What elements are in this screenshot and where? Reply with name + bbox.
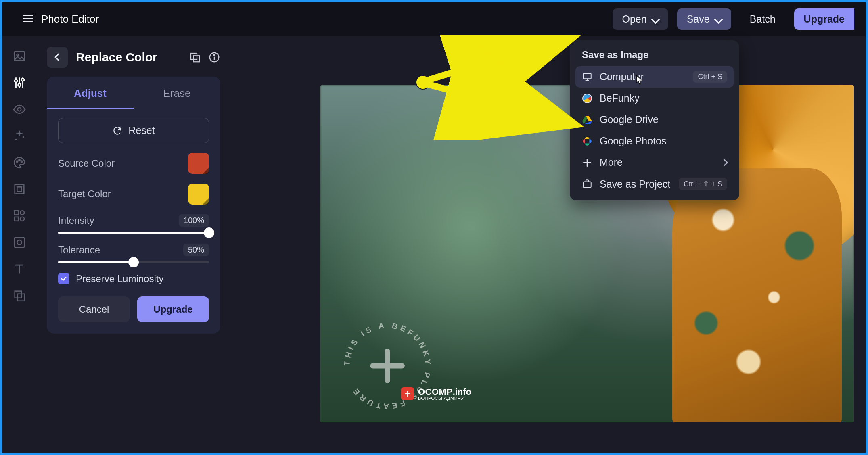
save-befunky[interactable]: BeFunky (575, 88, 734, 109)
tolerance-label: Tolerance (58, 244, 100, 256)
monitor-icon (582, 72, 592, 82)
svg-rect-19 (14, 211, 18, 215)
svg-point-13 (15, 139, 17, 140)
svg-rect-30 (193, 56, 199, 62)
svg-point-33 (214, 54, 215, 56)
back-button[interactable] (47, 47, 68, 68)
tolerance-slider[interactable] (58, 261, 209, 263)
intensity-value[interactable]: 100% (179, 214, 209, 227)
svg-rect-3 (14, 52, 25, 61)
preserve-luminosity-checkbox[interactable] (58, 273, 69, 284)
left-rail (2, 39, 36, 453)
tab-erase[interactable]: Erase (134, 77, 220, 109)
briefcase-icon (582, 179, 592, 189)
svg-rect-28 (18, 294, 25, 301)
menu-button[interactable]: Photo Editor (14, 8, 107, 31)
sparkle-icon[interactable] (12, 128, 27, 144)
chevron-down-icon (653, 13, 659, 25)
svg-point-16 (21, 161, 22, 162)
hamburger-icon (22, 13, 34, 26)
topbar: Photo Editor Open Save Batch Upgrade (2, 2, 866, 36)
google-photos-icon (582, 136, 592, 146)
save-computer[interactable]: Computer Ctrl + S (575, 66, 734, 88)
upgrade-button-panel[interactable]: Upgrade (137, 296, 209, 322)
reset-label: Reset (128, 125, 155, 136)
shapes-icon[interactable] (12, 208, 27, 223)
eye-icon[interactable] (12, 102, 27, 117)
watermark-sub: ВОПРОСЫ АДМИНУ (418, 396, 471, 401)
save-more-label: More (600, 157, 623, 168)
save-computer-label: Computer (600, 71, 644, 83)
open-button[interactable]: Open (613, 8, 668, 30)
save-button[interactable]: Save (677, 8, 731, 30)
save-befunky-label: BeFunky (600, 92, 640, 104)
target-color-label: Target Color (58, 188, 111, 200)
pattern-icon[interactable] (12, 235, 27, 250)
batch-button[interactable]: Batch (740, 8, 785, 30)
save-google-drive-label: Google Drive (600, 114, 659, 125)
svg-point-8 (15, 79, 17, 82)
save-as-project-shortcut: Ctrl + ⇧ + S (679, 178, 727, 190)
svg-rect-21 (14, 217, 18, 221)
save-google-photos-label: Google Photos (600, 135, 666, 147)
photo-figure (672, 168, 842, 422)
palette-icon[interactable] (12, 155, 27, 170)
save-as-project[interactable]: Save as Project Ctrl + ⇧ + S (575, 173, 734, 195)
info-icon[interactable] (208, 51, 220, 63)
save-google-photos[interactable]: Google Photos (575, 130, 734, 152)
intensity-slider[interactable] (58, 232, 209, 234)
upgrade-button[interactable]: Upgrade (794, 8, 854, 30)
watermark-ring: THIS IS A BEFUNKY PLUS FEATURE (335, 313, 440, 418)
svg-point-4 (17, 54, 19, 56)
replace-color-panel: Replace Color Adjust Erase Reset Source … (47, 47, 220, 334)
app-title: Photo Editor (41, 13, 99, 25)
google-drive-icon (582, 115, 592, 125)
svg-point-14 (17, 161, 18, 162)
tab-adjust[interactable]: Adjust (47, 77, 134, 109)
sliders-icon[interactable] (12, 75, 27, 90)
target-color-swatch[interactable] (188, 184, 209, 205)
image-icon[interactable] (12, 48, 27, 64)
open-label: Open (622, 13, 647, 25)
svg-rect-18 (17, 187, 21, 191)
crop-icon[interactable] (12, 182, 27, 197)
svg-point-15 (19, 159, 20, 161)
svg-line-49 (424, 38, 563, 81)
plus-icon (582, 157, 592, 168)
preserve-luminosity-label: Preserve Luminosity (76, 273, 163, 284)
svg-point-9 (18, 83, 21, 86)
chevron-down-icon (715, 13, 722, 25)
svg-point-12 (23, 136, 25, 138)
topbar-right: Open Save Batch Upgrade (613, 8, 855, 30)
svg-point-11 (18, 108, 21, 111)
plus-icon: + (401, 387, 414, 400)
save-google-drive[interactable]: Google Drive (575, 109, 734, 130)
multi-layer-icon[interactable] (189, 51, 201, 63)
svg-rect-37 (583, 73, 591, 79)
reset-button[interactable]: Reset (58, 118, 209, 143)
tolerance-value[interactable]: 50% (183, 244, 209, 256)
save-more[interactable]: More (575, 152, 734, 173)
save-menu-title: Save as Image (575, 49, 734, 66)
source-color-swatch[interactable] (188, 153, 209, 174)
svg-point-22 (20, 217, 24, 221)
app-frame: Photo Editor Open Save Batch Upgrade (0, 0, 868, 455)
svg-point-20 (20, 211, 24, 215)
save-menu: Save as Image Computer Ctrl + S BeFunky … (570, 40, 739, 200)
save-label: Save (687, 13, 710, 25)
svg-rect-17 (15, 185, 24, 194)
cancel-button[interactable]: Cancel (58, 296, 130, 322)
source-color-label: Source Color (58, 158, 115, 169)
befunky-icon (582, 93, 592, 104)
svg-point-24 (17, 240, 21, 244)
text-icon[interactable] (12, 261, 27, 277)
upgrade-label: Upgrade (804, 13, 845, 25)
intensity-label: Intensity (58, 215, 94, 226)
chevron-right-icon (722, 159, 728, 166)
svg-point-10 (21, 79, 24, 81)
layers-icon[interactable] (12, 288, 27, 303)
save-computer-shortcut: Ctrl + S (693, 71, 727, 83)
batch-label: Batch (750, 13, 776, 25)
panel-title: Replace Color (76, 50, 181, 64)
svg-rect-46 (583, 182, 591, 188)
